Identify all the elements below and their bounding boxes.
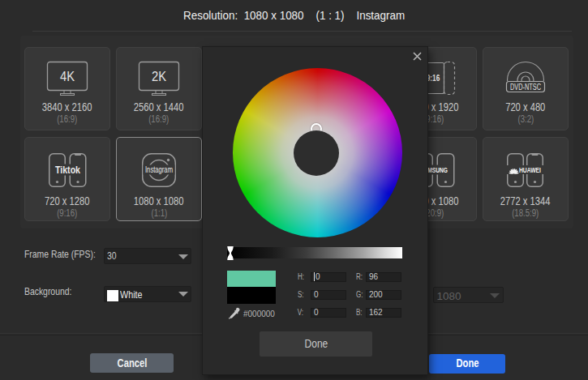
svg-text:4K: 4K — [60, 70, 75, 83]
svg-text:DVD-NTSC: DVD-NTSC — [510, 83, 541, 92]
svg-text:Instagram: Instagram — [145, 165, 173, 174]
svg-text:2K: 2K — [152, 70, 166, 83]
svg-text:HUAWEI: HUAWEI — [519, 166, 541, 174]
svg-text:9:16: 9:16 — [427, 73, 440, 83]
svg-text:Tiktok: Tiktok — [55, 164, 80, 176]
